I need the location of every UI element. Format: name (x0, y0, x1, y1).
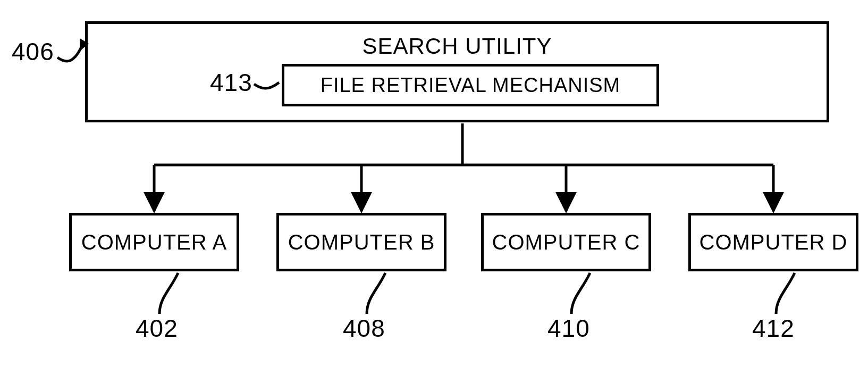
computer-d-box: COMPUTER D (688, 213, 858, 271)
file-retrieval-box: FILE RETRIEVAL MECHANISM (282, 64, 659, 106)
computer-c-box: COMPUTER C (481, 213, 651, 271)
search-utility-title: SEARCH UTILITY (88, 34, 827, 59)
label-412: 412 (752, 314, 795, 343)
computer-b-box: COMPUTER B (276, 213, 446, 271)
label-406: 406 (12, 37, 54, 66)
computer-a-box: COMPUTER A (69, 213, 239, 271)
label-402: 402 (136, 314, 178, 343)
label-408: 408 (343, 314, 385, 343)
label-413: 413 (210, 68, 252, 97)
label-410: 410 (547, 314, 590, 343)
